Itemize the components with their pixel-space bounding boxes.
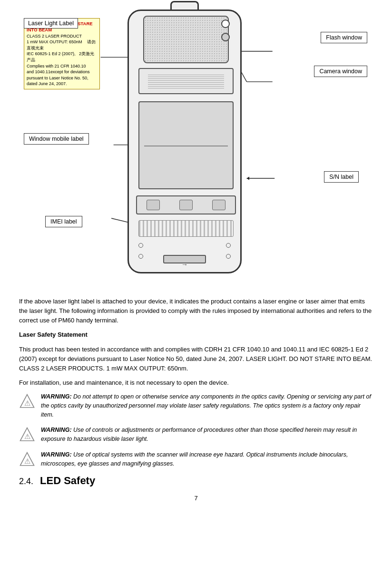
warning-bold-2: WARNING:	[41, 427, 72, 433]
scan-window	[138, 68, 234, 94]
device-top-bump	[170, 1, 199, 10]
laser-label-line4: IEC 60825-1 Ed 2 (2007), 2类激光产品	[27, 51, 97, 63]
nav-btn-3	[212, 200, 225, 210]
nav-btn-2	[179, 200, 193, 210]
diagram-section: → Flash window Camera window Window mobi…	[19, 10, 373, 285]
laser-label-line6: and 1040.11except for deviations	[27, 69, 97, 75]
warning-bold-3: WARNING:	[41, 451, 72, 458]
screw-top-left	[138, 243, 143, 248]
laser-label-line5: Complies with 21 CFR 1040.10	[27, 63, 97, 69]
intro-paragraph: If the above laser light label is attach…	[19, 297, 373, 325]
page-number: 7	[19, 495, 373, 502]
imei-label-text: IMEI label	[50, 218, 77, 225]
svg-marker-9	[247, 176, 249, 180]
bottom-grip	[138, 220, 234, 237]
device-body: →	[127, 10, 242, 273]
camera-aperture	[221, 33, 230, 41]
laser-label-line8: dated June 24, 2007.	[27, 81, 97, 87]
laser-label-line2: CLASS 2 LASER PRODUCT	[27, 33, 97, 39]
screw-bottom-left	[138, 254, 143, 259]
install-note: For installation, use and maintenance, i…	[19, 378, 373, 388]
warning-body-3: Use of optical systems with the scanner …	[41, 451, 348, 467]
screen-area	[138, 101, 234, 189]
warning-icon-2: ⚠	[19, 427, 35, 443]
device-diagram: →	[127, 10, 242, 276]
window-mobile-label-text: Window mobile label	[29, 136, 84, 142]
callout-imei-label: IMEI label	[45, 216, 82, 227]
warning-icon-3: ⚠	[19, 451, 35, 467]
prose-section: If the above laser light label is attach…	[19, 297, 373, 487]
warning-text-1: WARNING: Do not attempt to open or other…	[41, 392, 373, 419]
flash-aperture	[221, 19, 230, 28]
screen-label-line	[144, 146, 228, 146]
camera-window-label: Camera window	[319, 68, 362, 75]
scan-lines	[148, 74, 224, 88]
flash-window-label: Flash window	[326, 34, 362, 41]
camera-speaker-area	[143, 16, 229, 63]
callout-window-mobile-label: Window mobile label	[24, 133, 89, 145]
warning-text-3: WARNING: Use of optical systems with the…	[41, 450, 373, 468]
section-24-label: LED Safety	[40, 475, 95, 487]
callout-flash-window: Flash window	[321, 32, 367, 43]
sn-label-text: S/N label	[329, 174, 353, 180]
warning-text-2: WARNING: Use of controls or adjustments …	[41, 426, 373, 444]
warning-body-2: Use of controls or adjustments or perfor…	[41, 427, 357, 442]
callout-sn-label: S/N label	[324, 171, 359, 183]
nav-buttons-row	[136, 195, 236, 214]
laser-body-paragraph: This product has been tested in accordan…	[19, 345, 373, 373]
laser-label-box: LASER LIGHT. DO NOT STARE INTO BEAM CLAS…	[24, 18, 100, 89]
warning-row-3: ⚠ WARNING: Use of optical systems with t…	[19, 450, 373, 468]
speaker-dots	[144, 17, 228, 62]
laser-label-line7: pursuant to Laser Notice No. 50,	[27, 75, 97, 81]
warning-bold-1: WARNING:	[41, 393, 72, 400]
warning-row-1: ⚠ WARNING: Do not attempt to open or oth…	[19, 392, 373, 419]
callout-laser-light: Laser Light Label LASER LIGHT. DO NOT ST…	[24, 18, 100, 89]
screw-bottom-right	[226, 254, 231, 259]
nav-btn-1	[147, 200, 160, 210]
svg-text:⚠: ⚠	[24, 457, 30, 465]
laser-safety-title: Laser Safety Statement	[19, 330, 373, 340]
callout-camera-window: Camera window	[314, 66, 367, 77]
warning-body-1: Do not attempt to open or otherwise serv…	[41, 393, 371, 418]
section-24-number: 2.4.	[19, 477, 33, 486]
laser-label-line3: 1 mW MAX OUTPUT: 650nM 请勿直视光束	[27, 39, 97, 51]
bottom-arrow: →	[181, 261, 188, 268]
section-24-heading: 2.4. LED Safety	[19, 475, 373, 487]
laser-light-label-text: Laser Light Label	[28, 20, 74, 27]
warning-icon-1: ⚠	[19, 393, 35, 409]
svg-text:⚠: ⚠	[24, 399, 30, 407]
warning-row-2: ⚠ WARNING: Use of controls or adjustment…	[19, 426, 373, 444]
screw-top-right	[226, 243, 231, 248]
svg-text:⚠: ⚠	[24, 432, 30, 440]
